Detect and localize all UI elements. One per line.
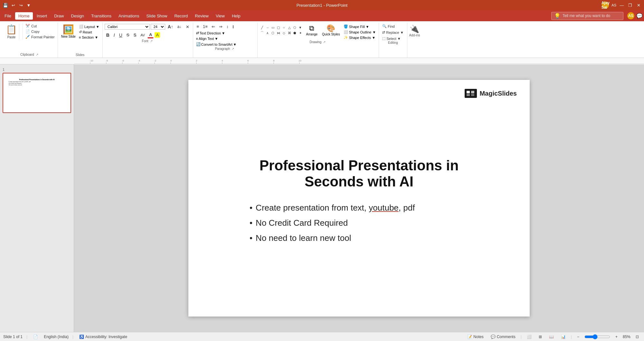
- align-text-label: Align Text: [199, 37, 214, 41]
- shape-9[interactable]: ✦: [298, 30, 303, 35]
- paragraph-tools: ≡ 1≡ ⇐ ⇒ ↕ ⫿ ⇄ Text Direction ▼ ≡: [195, 23, 255, 47]
- paste-button[interactable]: 📋 Paste: [4, 24, 19, 40]
- fit-slide-button[interactable]: ⊡: [634, 334, 641, 340]
- shape-triangle[interactable]: △: [287, 25, 292, 30]
- quick-styles-button[interactable]: 🎨 Quick Styles: [321, 24, 341, 40]
- menu-design[interactable]: Design: [68, 12, 87, 20]
- italic-button[interactable]: I: [112, 32, 117, 38]
- menu-file[interactable]: File: [1, 12, 14, 20]
- shape-rect[interactable]: ▭: [270, 25, 276, 30]
- font-size-select[interactable]: 24: [151, 24, 165, 30]
- increase-font-button[interactable]: A↑: [166, 24, 175, 30]
- menu-slideshow[interactable]: Slide Show: [143, 12, 170, 20]
- char-spacing-button[interactable]: AV: [139, 33, 147, 38]
- paragraph-expand-button[interactable]: ↗: [231, 47, 235, 51]
- arrange-button[interactable]: ⧉ Arrange: [304, 24, 320, 40]
- copy-button[interactable]: 📄 Copy: [24, 29, 56, 34]
- menu-review[interactable]: Review: [192, 12, 212, 20]
- format-painter-button[interactable]: 🖌️ Format Painter: [24, 34, 56, 39]
- decrease-font-button[interactable]: a↓: [176, 24, 183, 30]
- shadow-button[interactable]: S: [132, 32, 138, 38]
- shape-line[interactable]: ╱: [260, 25, 265, 30]
- shape-5[interactable]: ⋈: [276, 30, 281, 35]
- text-direction-button[interactable]: ⇄ Text Direction ▼: [195, 31, 226, 35]
- section-button[interactable]: ≡ Section ▼: [78, 35, 100, 40]
- align-text-button[interactable]: ≡ Align Text ▼: [195, 36, 219, 41]
- cut-button[interactable]: ✂️ Cut: [24, 24, 56, 28]
- decrease-indent-button[interactable]: ⇐: [210, 24, 217, 30]
- shape-circle[interactable]: ○: [281, 25, 287, 30]
- shape-3[interactable]: ∧: [265, 30, 270, 35]
- minimize-button[interactable]: —: [619, 2, 625, 8]
- clipboard-expand-button[interactable]: ↗: [35, 52, 39, 57]
- customize-qat-icon[interactable]: ▼: [26, 2, 32, 8]
- reset-button[interactable]: ↺ Reset: [78, 30, 100, 34]
- shape-2[interactable]: ⌒: [260, 30, 265, 35]
- increase-indent-button[interactable]: ⇒: [217, 24, 224, 30]
- tell-me-box[interactable]: 💡: [551, 12, 623, 20]
- shape-4[interactable]: ⬡: [270, 30, 276, 35]
- chat-icon[interactable]: 💬: [636, 13, 643, 19]
- menu-view[interactable]: View: [213, 12, 228, 20]
- font-family-select[interactable]: Calibri: [105, 24, 150, 30]
- numbering-button[interactable]: 1≡: [201, 24, 209, 30]
- menu-animations[interactable]: Animations: [115, 12, 142, 20]
- shape-8[interactable]: ⬟: [292, 30, 298, 35]
- user-avatar[interactable]: Ajay Sai: [602, 2, 609, 9]
- normal-view-button[interactable]: ⬜: [525, 334, 534, 340]
- new-slide-button[interactable]: 🖼️ New Slide: [60, 24, 77, 39]
- redo-icon[interactable]: ↪: [18, 2, 24, 8]
- find-button[interactable]: 🔍 Find: [381, 24, 405, 29]
- slide-thumbnail-1[interactable]: Professional Presentations in Seconds wi…: [3, 73, 71, 113]
- shape-fill-button[interactable]: 🪣 Shape Fill ▼: [343, 24, 377, 29]
- select-button[interactable]: ⬚ Select ▼: [381, 36, 405, 41]
- menu-home[interactable]: Home: [15, 12, 33, 20]
- presenter-view-button[interactable]: 📊: [559, 334, 568, 340]
- zoom-slider[interactable]: [584, 334, 610, 339]
- close-button[interactable]: ✕: [636, 2, 641, 8]
- notes-button[interactable]: 📝 Notes: [465, 334, 485, 340]
- slide-canvas[interactable]: MagicSlides Professional Presentations i…: [188, 80, 530, 317]
- convert-smartart-button[interactable]: 🔄 Convert to SmartArt ▼: [195, 42, 238, 47]
- menu-draw[interactable]: Draw: [51, 12, 67, 20]
- user-menu-avatar[interactable]: AS: [627, 12, 634, 19]
- bold-button[interactable]: B: [105, 32, 111, 38]
- clear-format-button[interactable]: ✕: [184, 24, 191, 30]
- shape-pentagon[interactable]: ⬠: [292, 25, 298, 30]
- menu-transitions[interactable]: Transitions: [88, 12, 115, 20]
- save-icon[interactable]: 💾: [3, 2, 8, 8]
- slide-view-button[interactable]: 📄: [31, 334, 40, 340]
- shape-6[interactable]: ◇: [281, 30, 287, 35]
- font-color-button[interactable]: A: [147, 32, 154, 38]
- menu-help[interactable]: Help: [229, 12, 244, 20]
- addins-group: 🔌 Add-ins: [407, 23, 422, 58]
- columns-button[interactable]: ⫿: [231, 24, 236, 30]
- underline-button[interactable]: U: [118, 32, 124, 38]
- shape-rounded-rect[interactable]: ▢: [276, 25, 281, 30]
- undo-icon[interactable]: ↩: [10, 2, 16, 8]
- shape-arrow[interactable]: →: [265, 25, 270, 30]
- shape-outline-button[interactable]: ⬜ Shape Outline ▼: [343, 30, 377, 34]
- menu-record[interactable]: Record: [171, 12, 191, 20]
- font-expand-button[interactable]: ↗: [149, 39, 154, 43]
- accessibility-button[interactable]: ♿ Accessibility: Investigate: [77, 334, 129, 340]
- strikethrough-button[interactable]: S: [125, 32, 131, 38]
- line-spacing-button[interactable]: ↕: [225, 24, 230, 30]
- zoom-in-button[interactable]: +: [613, 334, 620, 340]
- shape-effects-button[interactable]: ✨ Shape Effects ▼: [343, 35, 377, 40]
- comments-button[interactable]: 💬 Comments: [489, 334, 517, 340]
- layout-button[interactable]: ⬜ Layout ▼: [78, 24, 100, 29]
- tell-me-input[interactable]: [563, 14, 620, 18]
- slide-sorter-button[interactable]: ⊞: [537, 334, 544, 340]
- drawing-expand-button[interactable]: ↗: [322, 40, 327, 44]
- shapes-more[interactable]: ▼: [298, 25, 303, 30]
- reading-view-button[interactable]: 📖: [547, 334, 556, 340]
- menu-insert[interactable]: Insert: [33, 12, 51, 20]
- shape-7[interactable]: ⌘: [287, 30, 292, 35]
- replace-button[interactable]: ⇄ Replace ▼: [381, 30, 405, 35]
- restore-button[interactable]: ❐: [627, 2, 633, 8]
- bullets-button[interactable]: ≡: [195, 24, 201, 30]
- text-highlight-button[interactable]: A: [155, 32, 160, 38]
- zoom-out-button[interactable]: −: [575, 334, 581, 340]
- status-separator-4: |: [571, 335, 572, 339]
